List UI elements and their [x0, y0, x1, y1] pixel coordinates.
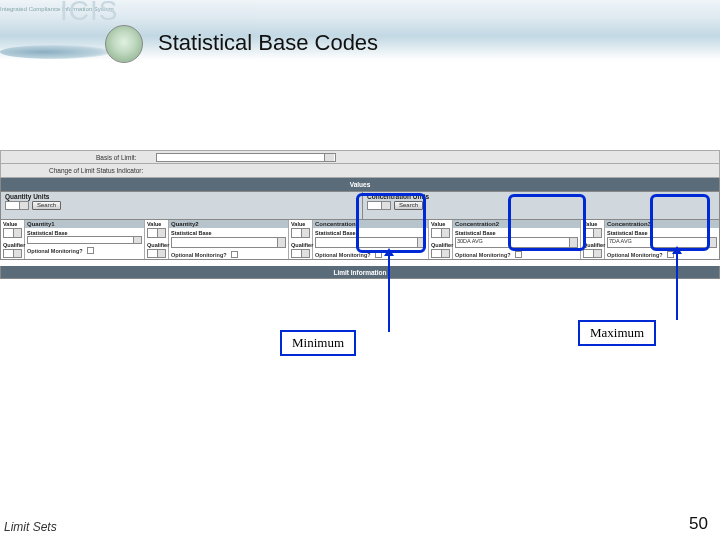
q2-optmon-checkbox[interactable]: [231, 251, 238, 258]
q1-optmon-checkbox[interactable]: [87, 247, 94, 254]
c2-optmon-label: Optional Monitoring?: [455, 252, 511, 258]
row-basis-of-limit: Basis of Limit:: [0, 150, 720, 164]
quantity-units-cell: Quantity Units Search: [1, 192, 363, 219]
q1-statbase-dropdown[interactable]: [27, 236, 142, 244]
col-qualifier-label: Qualifier: [3, 242, 22, 248]
q2-header: Quantity2: [169, 220, 288, 228]
row-change-indicator: Change of Limit Status Indicator:: [0, 164, 720, 178]
col-qualifier-label: Qualifier: [291, 242, 310, 248]
c2-optmon-checkbox[interactable]: [515, 251, 522, 258]
q2-statbase-label: Statistical Base: [171, 230, 286, 236]
change-label: Change of Limit Status Indicator:: [49, 167, 143, 174]
page-title: Statistical Base Codes: [158, 30, 378, 56]
basis-label: Basis of Limit:: [96, 154, 156, 161]
header-swoosh: [0, 45, 110, 59]
quantity-search-button[interactable]: Search: [32, 201, 61, 210]
quantity-units-dropdown[interactable]: [5, 201, 29, 210]
values-section-header: Values: [0, 178, 720, 192]
c2-value-input[interactable]: [431, 228, 450, 238]
footer-section: Limit Sets: [4, 520, 57, 534]
c2-qualifier-dropdown[interactable]: [431, 249, 450, 259]
callout-concentration2: [508, 194, 586, 251]
slide-header: Integrated Compliance Information System…: [0, 0, 720, 75]
q1-value-input[interactable]: [3, 228, 22, 238]
q2-qualifier-dropdown[interactable]: [147, 249, 166, 259]
epa-seal-icon: [105, 25, 143, 63]
col-qualifier-label: Qualifier: [147, 242, 166, 248]
col-value-label: Value: [147, 221, 166, 227]
footer-page-number: 50: [689, 514, 708, 534]
col-qualifier-label: Qualifier: [431, 242, 450, 248]
col-value-label: Value: [291, 221, 310, 227]
c1-qualifier-dropdown[interactable]: [291, 249, 310, 259]
col-value-label: Value: [3, 221, 22, 227]
header-watermark: ICIS: [60, 0, 118, 27]
quantity-units-label: Quantity Units: [5, 193, 358, 200]
basis-dropdown[interactable]: [156, 153, 336, 162]
col-value-label: Value: [431, 221, 450, 227]
c1-value-input[interactable]: [291, 228, 310, 238]
q1-qualifier-dropdown[interactable]: [3, 249, 22, 259]
q2-statbase-dropdown[interactable]: [171, 237, 286, 248]
arrow-to-minimum: [388, 254, 390, 332]
annotation-minimum: Minimum: [280, 330, 356, 356]
callout-concentration3: [650, 194, 710, 251]
q1-header: Quantity1: [25, 220, 144, 228]
c3-optmon-label: Optional Monitoring?: [607, 252, 663, 258]
callout-concentration1: [356, 193, 426, 253]
arrow-to-maximum: [676, 252, 678, 320]
q1-optmon-label: Optional Monitoring?: [27, 248, 83, 254]
q2-value-input[interactable]: [147, 228, 166, 238]
annotation-maximum: Maximum: [578, 320, 656, 346]
c3-qualifier-dropdown[interactable]: [583, 249, 602, 259]
limit-info-header: Limit Information: [0, 266, 720, 279]
q2-optmon-label: Optional Monitoring?: [171, 252, 227, 258]
